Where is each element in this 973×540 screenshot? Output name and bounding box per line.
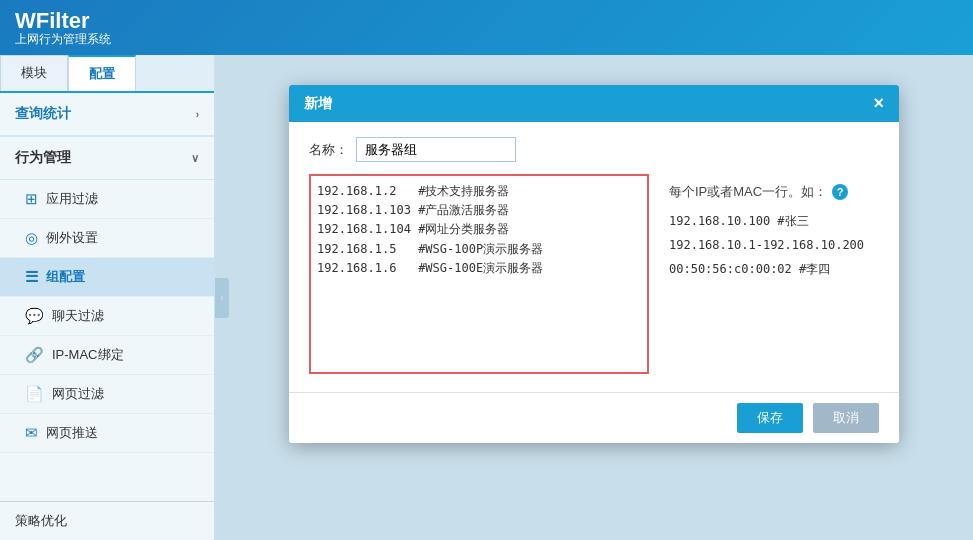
- cancel-button[interactable]: 取消: [813, 403, 879, 433]
- modal-close-button[interactable]: ×: [873, 93, 884, 114]
- sidebar-item-web-push[interactable]: ✉ 网页推送: [0, 414, 214, 453]
- sidebar-item-exception[interactable]: ◎ 例外设置: [0, 219, 214, 258]
- web-push-icon: ✉: [25, 424, 38, 442]
- sidebar-item-group-config[interactable]: ☰ 组配置: [0, 258, 214, 297]
- app-filter-icon: ⊞: [25, 190, 38, 208]
- help-question-icon: ?: [832, 184, 848, 200]
- tab-module[interactable]: 模块: [0, 55, 68, 91]
- name-row: 名称：: [309, 137, 879, 162]
- help-section: 每个IP或者MAC一行。如： ? 192.168.10.100 #张三 192.…: [669, 174, 879, 377]
- modal-body: 名称： 192.168.1.2 #技术支持服务器 192.168.1.103 #…: [289, 122, 899, 392]
- exception-icon: ◎: [25, 229, 38, 247]
- sidebar-item-chat-filter-label: 聊天过滤: [52, 307, 104, 325]
- section-query-stats[interactable]: 查询统计 ›: [0, 93, 214, 136]
- logo: WFilter上网行为管理系统: [15, 8, 111, 48]
- main-content: ‹ 新增 × 名称：: [215, 55, 973, 540]
- modal-header: 新增 ×: [289, 85, 899, 122]
- sidebar-item-exception-label: 例外设置: [46, 229, 98, 247]
- sidebar-item-app-filter[interactable]: ⊞ 应用过滤: [0, 180, 214, 219]
- ip-mac-icon: 🔗: [25, 346, 44, 364]
- sidebar-item-web-filter[interactable]: 📄 网页过滤: [0, 375, 214, 414]
- help-title: 每个IP或者MAC一行。如： ?: [669, 179, 879, 205]
- sidebar-bottom-label: 策略优化: [15, 513, 67, 528]
- sidebar: 模块 配置 查询统计 › 行为管理 ∨ ⊞ 应用过滤 ◎ 例外设置 ☰ 组配置 …: [0, 55, 215, 540]
- sidebar-item-ip-mac[interactable]: 🔗 IP-MAC绑定: [0, 336, 214, 375]
- sidebar-item-group-config-label: 组配置: [46, 268, 85, 286]
- sidebar-bottom-section[interactable]: 策略优化: [0, 502, 214, 540]
- sidebar-item-web-push-label: 网页推送: [46, 424, 98, 442]
- group-config-icon: ☰: [25, 268, 38, 286]
- sidebar-item-chat-filter[interactable]: 💬 聊天过滤: [0, 297, 214, 336]
- modal-title: 新增: [304, 95, 332, 113]
- help-example-1: 192.168.10.100 #张三: [669, 209, 879, 233]
- section-query-stats-label: 查询统计: [15, 105, 71, 123]
- section-behavior-arrow: ∨: [191, 152, 199, 165]
- chat-filter-icon: 💬: [25, 307, 44, 325]
- logo-sub: 上网行为管理系统: [15, 31, 111, 48]
- modal-footer: 保存 取消: [289, 392, 899, 443]
- content-row: 192.168.1.2 #技术支持服务器 192.168.1.103 #产品激活…: [309, 174, 879, 377]
- sidebar-item-web-filter-label: 网页过滤: [52, 385, 104, 403]
- save-button[interactable]: 保存: [737, 403, 803, 433]
- modal-overlay: 新增 × 名称： 192.168.1.2 #技术支持服务器 192.168.1: [215, 55, 973, 540]
- tab-config[interactable]: 配置: [68, 55, 136, 91]
- logo-main: WFilter: [15, 8, 90, 33]
- sidebar-item-ip-mac-label: IP-MAC绑定: [52, 346, 124, 364]
- help-example-2: 192.168.10.1-192.168.10.200: [669, 233, 879, 257]
- modal-dialog: 新增 × 名称： 192.168.1.2 #技术支持服务器 192.168.1: [289, 85, 899, 443]
- name-label: 名称：: [309, 141, 348, 159]
- name-input[interactable]: [356, 137, 516, 162]
- textarea-section: 192.168.1.2 #技术支持服务器 192.168.1.103 #产品激活…: [309, 174, 649, 377]
- help-label: 每个IP或者MAC一行。如：: [669, 179, 827, 205]
- web-filter-icon: 📄: [25, 385, 44, 403]
- sidebar-item-app-filter-label: 应用过滤: [46, 190, 98, 208]
- section-behavior-mgmt[interactable]: 行为管理 ∨: [0, 136, 214, 180]
- header: WFilter上网行为管理系统: [0, 0, 973, 55]
- section-behavior-label: 行为管理: [15, 149, 71, 167]
- ip-list-textarea[interactable]: 192.168.1.2 #技术支持服务器 192.168.1.103 #产品激活…: [309, 174, 649, 374]
- help-example-3: 00:50:56:c0:00:02 #李四: [669, 257, 879, 281]
- sidebar-tabs: 模块 配置: [0, 55, 214, 93]
- section-query-stats-arrow: ›: [196, 109, 199, 120]
